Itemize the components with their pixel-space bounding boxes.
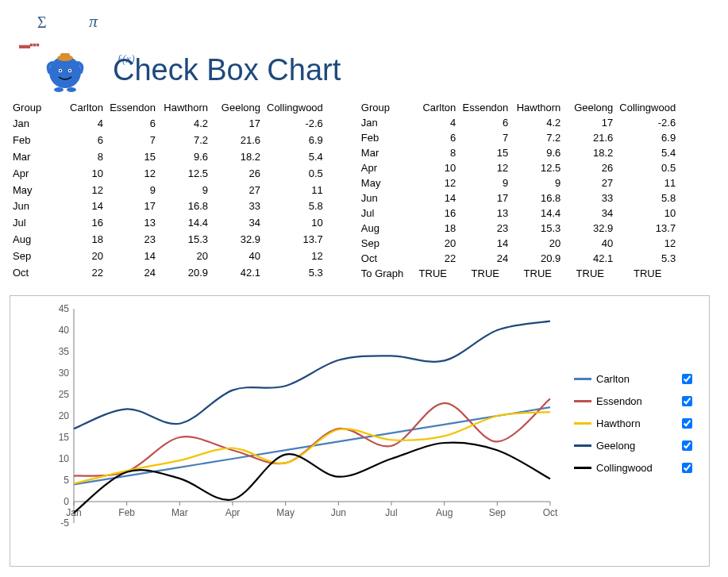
series-geelong: [74, 321, 550, 429]
cell: 9: [511, 175, 564, 190]
cell: 12: [54, 182, 106, 198]
page-title: Check Box Chart: [113, 53, 341, 87]
cell: TRUE: [406, 266, 459, 281]
cell: -2.6: [264, 115, 326, 132]
cell: 12: [406, 175, 459, 190]
cell: 23: [459, 221, 511, 236]
cell: 11: [616, 175, 679, 190]
legend-label: Geelong: [596, 440, 668, 452]
cell: 5.4: [616, 145, 679, 160]
cell: 5.8: [264, 198, 326, 214]
cell: 26: [564, 160, 616, 175]
legend-swatch: [574, 378, 591, 380]
dashes-icon: ▬▪▪▪: [19, 38, 39, 51]
svg-text:35: 35: [59, 346, 70, 357]
cell: 14: [106, 248, 159, 264]
cell: TRUE: [459, 266, 511, 281]
series-checkbox[interactable]: [682, 463, 692, 473]
row-label: Apr: [358, 160, 406, 175]
cell: 40: [564, 236, 616, 251]
cell: 16: [54, 214, 106, 231]
chart-legend: CarltonEssendonHawthornGeelongCollingwoo…: [574, 367, 695, 479]
svg-text:-5: -5: [60, 517, 69, 529]
row-label: Sep: [358, 236, 406, 251]
col-header: Group: [10, 100, 54, 115]
cell: 12: [616, 236, 679, 251]
table-row: Aug182315.332.913.7: [358, 221, 679, 236]
cell: 14: [54, 198, 106, 214]
table-row: Sep2014204012: [10, 248, 326, 264]
cell: 14: [459, 236, 511, 251]
cell: 6: [459, 115, 511, 130]
cell: 27: [211, 182, 264, 198]
cell: 33: [211, 198, 264, 214]
cell: 20: [406, 236, 459, 251]
cell: 23: [106, 231, 159, 248]
cell: 7.2: [159, 132, 211, 148]
row-label: Jun: [10, 198, 54, 214]
svg-text:45: 45: [59, 304, 70, 314]
cell: 14.4: [511, 206, 564, 221]
pi-icon: π: [89, 11, 98, 32]
cell: 11: [264, 182, 326, 198]
cell: 15.3: [159, 231, 211, 248]
svg-point-6: [69, 70, 71, 71]
cell: 7: [459, 130, 511, 145]
cell: 17: [106, 198, 159, 214]
cell: 9.6: [511, 145, 564, 160]
cell: 9.6: [159, 148, 211, 165]
cell: 13.7: [616, 221, 679, 236]
cell: 15: [106, 148, 159, 165]
svg-rect-2: [60, 53, 70, 58]
cell: 21.6: [211, 132, 264, 148]
cell: 0.5: [264, 165, 326, 182]
svg-text:Sep: Sep: [489, 507, 507, 518]
series-checkbox[interactable]: [682, 374, 692, 384]
cell: 10: [264, 214, 326, 231]
cell: 32.9: [211, 231, 264, 248]
cell: 24: [106, 264, 159, 281]
svg-text:40: 40: [59, 325, 70, 336]
cell: 4: [406, 115, 459, 130]
cell: 42.1: [564, 251, 616, 266]
cell: 13.7: [264, 231, 326, 248]
chart-plot: -5051015202530354045JanFebMarAprMayJunJu…: [50, 304, 558, 542]
legend-swatch: [574, 467, 591, 469]
cell: 10: [616, 206, 679, 221]
table-row: Mar8159.618.25.4: [358, 145, 679, 160]
cell: 12: [264, 248, 326, 264]
row-label: Jan: [10, 115, 54, 132]
cell: 6: [406, 130, 459, 145]
chart: -5051015202530354045JanFebMarAprMayJunJu…: [10, 295, 710, 567]
character-icon: [41, 45, 89, 95]
series-checkbox[interactable]: [682, 418, 692, 429]
series-checkbox[interactable]: [682, 440, 692, 451]
legend-swatch: [574, 422, 591, 425]
cell: 9: [106, 182, 159, 198]
legend-item: Geelong: [574, 434, 695, 456]
cell: 20.9: [511, 251, 564, 266]
cell: 5.3: [616, 251, 679, 266]
cell: 34: [211, 214, 264, 231]
cell: 20: [54, 248, 106, 264]
svg-text:10: 10: [59, 453, 70, 464]
cell: 13: [106, 214, 159, 231]
table-row: Jun141716.8335.8: [10, 198, 326, 214]
legend-label: Essendon: [596, 395, 668, 407]
cell: 14: [406, 190, 459, 206]
table-row: Sep2014204012: [358, 236, 679, 251]
table-row: Mar8159.618.25.4: [10, 148, 326, 165]
col-header: Hawthorn: [511, 100, 564, 115]
table-row: Oct222420.942.15.3: [358, 251, 679, 266]
col-header: Essendon: [459, 100, 511, 115]
row-label: Aug: [358, 221, 406, 236]
legend-swatch: [574, 444, 591, 447]
cell: 20.9: [159, 264, 211, 281]
cell: 12.5: [159, 165, 211, 182]
cell: 16.8: [511, 190, 564, 206]
series-checkbox[interactable]: [682, 396, 692, 406]
table-row: Jun141716.8335.8: [358, 190, 679, 206]
cell: 4.2: [511, 115, 564, 130]
svg-text:Mar: Mar: [171, 507, 188, 518]
cell: 21.6: [564, 130, 616, 145]
